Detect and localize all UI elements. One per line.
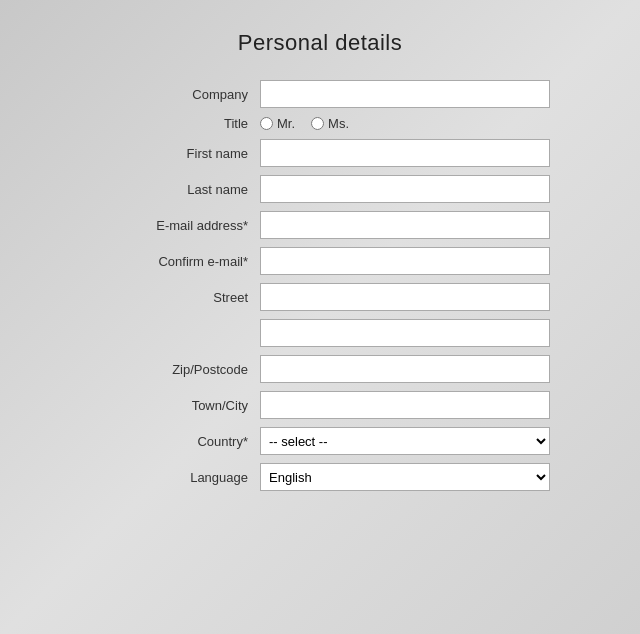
mr-label: Mr.: [277, 116, 295, 131]
confirm-email-row: Confirm e-mail*: [90, 247, 550, 275]
page-title: Personal details: [90, 30, 550, 56]
street-input[interactable]: [260, 283, 550, 311]
language-select[interactable]: EnglishGermanFrenchSpanishItalian: [260, 463, 550, 491]
last-name-row: Last name: [90, 175, 550, 203]
form-container: Personal details Company Title Mr. Ms. F…: [90, 30, 550, 499]
confirm-email-input[interactable]: [260, 247, 550, 275]
first-name-row: First name: [90, 139, 550, 167]
town-input[interactable]: [260, 391, 550, 419]
company-label: Company: [90, 87, 260, 102]
mr-radio[interactable]: [260, 117, 273, 130]
first-name-input[interactable]: [260, 139, 550, 167]
country-select[interactable]: -- select --United StatesUnited KingdomG…: [260, 427, 550, 455]
street-row: Street: [90, 283, 550, 311]
title-radio-group: Mr. Ms.: [260, 116, 550, 131]
title-row: Title Mr. Ms.: [90, 116, 550, 131]
country-row: Country* -- select --United StatesUnited…: [90, 427, 550, 455]
company-row: Company: [90, 80, 550, 108]
town-row: Town/City: [90, 391, 550, 419]
ms-radio[interactable]: [311, 117, 324, 130]
last-name-input[interactable]: [260, 175, 550, 203]
zip-row: Zip/Postcode: [90, 355, 550, 383]
street-second-input[interactable]: [260, 319, 550, 347]
ms-label: Ms.: [328, 116, 349, 131]
first-name-label: First name: [90, 146, 260, 161]
company-input[interactable]: [260, 80, 550, 108]
town-label: Town/City: [90, 398, 260, 413]
zip-input[interactable]: [260, 355, 550, 383]
language-row: Language EnglishGermanFrenchSpanishItali…: [90, 463, 550, 491]
email-input[interactable]: [260, 211, 550, 239]
mr-radio-label[interactable]: Mr.: [260, 116, 295, 131]
email-label: E-mail address*: [90, 218, 260, 233]
title-label: Title: [90, 116, 260, 131]
language-label: Language: [90, 470, 260, 485]
confirm-email-label: Confirm e-mail*: [90, 254, 260, 269]
email-row: E-mail address*: [90, 211, 550, 239]
last-name-label: Last name: [90, 182, 260, 197]
ms-radio-label[interactable]: Ms.: [311, 116, 349, 131]
country-label: Country*: [90, 434, 260, 449]
zip-label: Zip/Postcode: [90, 362, 260, 377]
street-second-row: [90, 319, 550, 347]
street-label: Street: [90, 290, 260, 305]
